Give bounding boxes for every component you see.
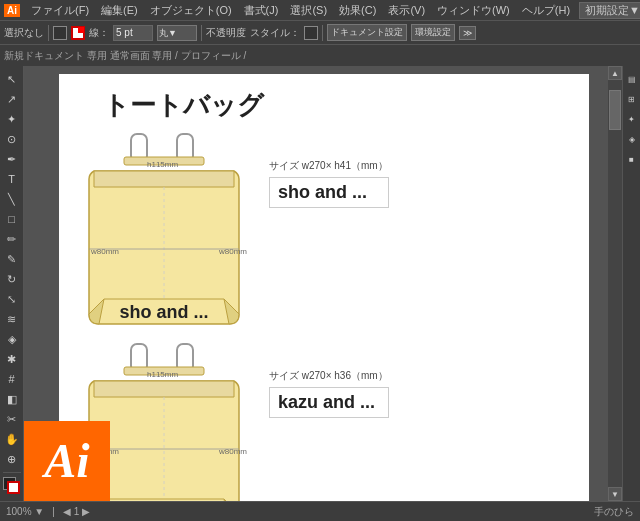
bag2-preview: kazu and ... [269,387,389,418]
blend-tool[interactable]: ◈ [3,330,21,348]
pencil-tool[interactable]: ✎ [3,250,21,268]
svg-text:w80mm: w80mm [218,247,247,256]
canvas-area[interactable]: トートバッグ [24,66,608,501]
eyedropper-tool[interactable]: ✱ [3,350,21,368]
menu-bar: Ai ファイル(F) 編集(E) オブジェクト(O) 書式(J) 選択(S) 効… [0,0,640,20]
menu-format[interactable]: 書式(J) [239,3,284,18]
right-panel: ▤ ⊞ ✦ ◈ ■ [622,66,640,501]
main-area: ↖ ↗ ✦ ⊙ ✒ T ╲ □ ✏ ✎ ↻ ⤡ ≋ ◈ ✱ # ◧ ✂ ✋ ⊕ … [0,66,640,501]
stroke-label: 線： [89,26,109,40]
bag1-section: h115mm w80mm w80mm sho and ... [69,129,389,353]
zoom-tool[interactable]: ⊕ [3,450,21,468]
env-settings-btn[interactable]: 環境設定 [411,24,455,41]
doc-settings-btn[interactable]: ドキュメント設定 [327,24,407,41]
bag1-preview: sho and ... [269,177,389,208]
ai-logo-text: Ai [44,437,89,485]
selection-label: 選択なし [4,26,44,40]
line-tool[interactable]: ╲ [3,190,21,208]
lasso-tool[interactable]: ⊙ [3,130,21,148]
hand-tool[interactable]: ✋ [3,430,21,448]
fill-stroke-indicator[interactable] [3,477,21,495]
separator3 [322,25,323,41]
scroll-up-btn[interactable]: ▲ [608,66,622,80]
scroll-thumb[interactable] [609,90,621,130]
stroke-color[interactable] [71,26,85,40]
symbols-btn[interactable]: ◈ [623,130,641,148]
bag1-diagram: h115mm w80mm w80mm sho and ... [69,129,259,353]
bag2-section: h115mm w80mm w80mm kazu and ... [69,339,389,501]
rotate-tool[interactable]: ↻ [3,270,21,288]
separator [48,25,49,41]
document-title: トートバッグ [103,88,264,123]
fill-color[interactable] [53,26,67,40]
rect-tool[interactable]: □ [3,210,21,228]
style-label: スタイル： [250,26,300,40]
bag2-info: サイズ w270× h36（mm） kazu and ... [269,369,389,418]
style-color[interactable] [304,26,318,40]
menu-edit[interactable]: 編集(E) [96,3,143,18]
left-toolpanel: ↖ ↗ ✦ ⊙ ✒ T ╲ □ ✏ ✎ ↻ ⤡ ≋ ◈ ✱ # ◧ ✂ ✋ ⊕ [0,66,24,501]
extra-btn[interactable]: ≫ [459,26,476,40]
svg-text:h115mm: h115mm [147,160,178,169]
paintbrush-tool[interactable]: ✏ [3,230,21,248]
breadcrumb-bar: 新規ドキュメント 専用 通常画面 専用 / プロフィール / [0,44,640,66]
warp-tool[interactable]: ≋ [3,310,21,328]
tool-name: 手のひら [594,505,634,519]
separator: | [52,506,55,517]
svg-text:w80mm: w80mm [90,247,119,256]
bag1-info: サイズ w270× h41（mm） sho and ... [269,159,389,208]
separator2 [201,25,202,41]
scroll-down-btn[interactable]: ▼ [608,487,622,501]
bag1-size-label: サイズ w270× h41（mm） [269,159,389,173]
stroke-size-input[interactable] [113,25,153,41]
pen-tool[interactable]: ✒ [3,150,21,168]
bottom-bar: 100% ▼ | ◀ 1 ▶ 手のひら [0,501,640,521]
canvas-with-scroll: トートバッグ [24,66,622,501]
magic-wand-tool[interactable]: ✦ [3,110,21,128]
bag2-preview-text: kazu and ... [278,392,375,412]
artboard-nav: ◀ 1 ▶ [63,506,90,517]
breadcrumb-path: 新規ドキュメント 専用 通常画面 専用 / プロフィール / [4,49,246,63]
menu-select[interactable]: 選択(S) [285,3,332,18]
scissors-tool[interactable]: ✂ [3,410,21,428]
bag1-preview-text: sho and ... [278,182,367,202]
main-toolbar: 選択なし 線： 丸▼ 不透明度 スタイル： ドキュメント設定 環境設定 ≫ [0,20,640,44]
properties-btn[interactable]: ⊞ [623,90,641,108]
selection-tool[interactable]: ↖ [3,70,21,88]
tool-separator [3,472,21,473]
direct-selection-tool[interactable]: ↗ [3,90,21,108]
scroll-track[interactable] [608,80,622,487]
menu-window[interactable]: ウィンドウ(W) [432,3,515,18]
scale-tool[interactable]: ⤡ [3,290,21,308]
zoom-level: 100% ▼ [6,506,44,517]
graphic-styles-btn[interactable]: ■ [623,150,641,168]
workspace-btn[interactable]: 初期設定▼ [579,2,640,19]
bag2-size-label: サイズ w270× h36（mm） [269,369,389,383]
svg-text:h115mm: h115mm [147,370,178,379]
type-tool[interactable]: T [3,170,21,188]
app-logo-menu: Ai [4,4,20,17]
menu-help[interactable]: ヘルプ(H) [517,3,575,18]
style-dropdown[interactable]: 丸▼ [157,25,197,41]
mesh-tool[interactable]: # [3,370,21,388]
opacity-label: 不透明度 [206,26,246,40]
menu-view[interactable]: 表示(V) [383,3,430,18]
gradient-tool[interactable]: ◧ [3,390,21,408]
layers-btn[interactable]: ▤ [623,70,641,88]
menu-file[interactable]: ファイル(F) [26,3,94,18]
ai-logo-large: Ai [24,421,110,501]
artboard: トートバッグ [59,74,589,501]
svg-text:w80mm: w80mm [218,447,247,456]
brushes-btn[interactable]: ✦ [623,110,641,128]
vertical-scrollbar[interactable]: ▲ ▼ [608,66,622,501]
bag1-text: sho and ... [69,302,259,323]
menu-effect[interactable]: 効果(C) [334,3,381,18]
menu-object[interactable]: オブジェクト(O) [145,3,237,18]
